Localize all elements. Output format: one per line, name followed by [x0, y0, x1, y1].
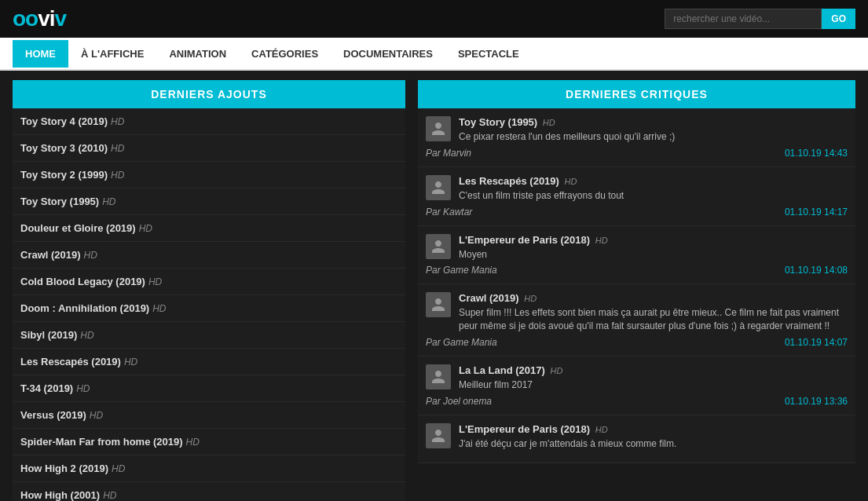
- main-content: DERNIERS AJOUTS Toy Story 4 (2019)HDToy …: [0, 71, 868, 501]
- review-date: 01.10.19 14:43: [785, 148, 848, 159]
- movie-title: Sibyl (2019): [20, 329, 77, 341]
- user-icon: [430, 369, 446, 385]
- movie-hd-badge: HD: [186, 437, 200, 448]
- movie-list: Toy Story 4 (2019)HDToy Story 3 (2010)HD…: [13, 108, 405, 501]
- nav: HOMEÀ L'AFFICHEANIMATIONCATÉGORIESDOCUME…: [0, 38, 868, 71]
- movie-item[interactable]: Spider-Man Far from home (2019)HD: [13, 429, 405, 455]
- movie-item[interactable]: Crawl (2019)HD: [13, 242, 405, 269]
- movie-title: Toy Story 2 (1999): [20, 169, 108, 181]
- review-footer: Par Game Mania 01.10.19 14:08: [426, 265, 848, 276]
- review-author: Par Marvin: [426, 148, 471, 159]
- reviewer-avatar: [426, 116, 451, 141]
- logo[interactable]: ooviv: [13, 6, 66, 31]
- movie-hd-badge: HD: [76, 383, 90, 394]
- review-item: Toy Story (1995) HD Ce pixar restera l'u…: [418, 108, 855, 167]
- movie-hd-badge: HD: [112, 463, 125, 474]
- search-input[interactable]: [665, 9, 822, 29]
- movie-item[interactable]: How High 2 (2019)HD: [13, 455, 405, 482]
- movie-item[interactable]: Toy Story 3 (2010)HD: [13, 135, 405, 162]
- review-movie-title[interactable]: L'Empereur de Paris (2018) HD: [459, 234, 848, 246]
- review-content: Crawl (2019) HD Super film !!! Les effet…: [459, 292, 848, 333]
- movie-item[interactable]: Sibyl (2019)HD: [13, 322, 405, 349]
- movie-item[interactable]: Versus (2019)HD: [13, 402, 405, 429]
- movie-item[interactable]: Toy Story 2 (1999)HD: [13, 162, 405, 188]
- movie-hd-badge: HD: [111, 170, 124, 181]
- movie-hd-badge: HD: [148, 276, 162, 287]
- search-area: GO: [665, 9, 855, 29]
- user-icon: [430, 297, 446, 313]
- nav-item-animation[interactable]: ANIMATION: [156, 40, 239, 68]
- nav-item-spectacle[interactable]: SPECTACLE: [445, 40, 532, 68]
- review-header: L'Empereur de Paris (2018) HD J'ai été d…: [426, 423, 848, 451]
- review-item: L'Empereur de Paris (2018) HD J'ai été d…: [418, 415, 855, 463]
- movie-hd-badge: HD: [84, 250, 97, 261]
- reviewer-avatar: [426, 175, 451, 200]
- review-movie-title[interactable]: Les Rescapés (2019) HD: [459, 175, 848, 187]
- movie-title: Doom : Annihilation (2019): [20, 302, 149, 314]
- movie-title: Cold Blood Legacy (2019): [20, 276, 145, 287]
- movie-title: Les Rescapés (2019): [20, 356, 121, 368]
- search-button[interactable]: GO: [822, 9, 855, 29]
- review-text: Ce pixar restera l'un des meilleurs quoi…: [459, 130, 848, 144]
- review-content: L'Empereur de Paris (2018) HD Moyen: [459, 234, 848, 261]
- review-movie-title[interactable]: Crawl (2019) HD: [459, 292, 848, 304]
- nav-item---l-affiche[interactable]: À L'AFFICHE: [68, 40, 156, 68]
- review-header: L'Empereur de Paris (2018) HD Moyen: [426, 234, 848, 261]
- review-footer: Par Kawtar 01.10.19 14:17: [426, 207, 848, 218]
- review-header: La La Land (2017) HD Meilleur film 2017: [426, 364, 848, 392]
- movie-item[interactable]: Toy Story 4 (2019)HD: [13, 108, 405, 135]
- movie-title: Versus (2019): [20, 409, 86, 421]
- header: ooviv GO: [0, 0, 868, 38]
- movie-item[interactable]: Doom : Annihilation (2019)HD: [13, 295, 405, 322]
- reviewer-avatar: [426, 364, 451, 389]
- movie-title: T-34 (2019): [20, 382, 73, 394]
- reviewer-avatar: [426, 423, 451, 448]
- movie-title: Toy Story 3 (2010): [20, 142, 108, 154]
- nav-item-cat-gories[interactable]: CATÉGORIES: [239, 40, 331, 68]
- last-added-header: DERNIERS AJOUTS: [13, 80, 405, 108]
- movie-hd-badge: HD: [139, 223, 152, 234]
- movie-item[interactable]: Toy Story (1995)HD: [13, 188, 405, 215]
- review-author: Par Game Mania: [426, 337, 497, 348]
- nav-item-documentaires[interactable]: DOCUMENTAIRES: [331, 40, 445, 68]
- movie-hd-badge: HD: [111, 116, 124, 127]
- movie-item[interactable]: How High (2001)HD: [13, 482, 405, 501]
- review-author: Par Kawtar: [426, 207, 472, 218]
- movie-title: How High (2001): [20, 489, 100, 501]
- review-movie-title[interactable]: L'Empereur de Paris (2018) HD: [459, 423, 848, 435]
- review-header: Crawl (2019) HD Super film !!! Les effet…: [426, 292, 848, 333]
- movie-item[interactable]: Les Rescapés (2019)HD: [13, 349, 405, 375]
- review-header: Toy Story (1995) HD Ce pixar restera l'u…: [426, 116, 848, 144]
- review-date: 01.10.19 14:17: [785, 207, 848, 218]
- review-item: La La Land (2017) HD Meilleur film 2017 …: [418, 357, 855, 415]
- movie-hd-badge: HD: [90, 410, 103, 421]
- review-movie-title[interactable]: Toy Story (1995) HD: [459, 116, 848, 128]
- review-header: Les Rescapés (2019) HD C'est un film tri…: [426, 175, 848, 203]
- review-date: 01.10.19 14:08: [785, 265, 848, 276]
- review-movie-title[interactable]: La La Land (2017) HD: [459, 364, 848, 376]
- nav-item-home[interactable]: HOME: [13, 40, 68, 68]
- movie-item[interactable]: Douleur et Gloire (2019)HD: [13, 215, 405, 242]
- movie-title: How High 2 (2019): [20, 463, 108, 474]
- review-content: La La Land (2017) HD Meilleur film 2017: [459, 364, 848, 392]
- user-icon: [430, 180, 446, 196]
- user-icon: [430, 121, 446, 137]
- movie-item[interactable]: T-34 (2019)HD: [13, 375, 405, 402]
- review-item: L'Empereur de Paris (2018) HD Moyen Par …: [418, 226, 855, 285]
- review-item: Crawl (2019) HD Super film !!! Les effet…: [418, 284, 855, 357]
- reviewer-avatar: [426, 292, 451, 317]
- review-author: Par Joel onema: [426, 396, 492, 407]
- movie-hd-badge: HD: [152, 303, 166, 314]
- review-date: 01.10.19 13:36: [785, 396, 848, 407]
- review-content: L'Empereur de Paris (2018) HD J'ai été d…: [459, 423, 848, 451]
- movie-hd-badge: HD: [80, 330, 93, 341]
- review-list: Toy Story (1995) HD Ce pixar restera l'u…: [418, 108, 855, 463]
- movie-title: Toy Story (1995): [20, 196, 99, 207]
- last-reviews-section: DERNIERES CRITIQUES Toy Story (1995) HD …: [418, 80, 855, 501]
- review-text: J'ai été déçu car je m'attendais à mieux…: [459, 437, 848, 451]
- last-added-section: DERNIERS AJOUTS Toy Story 4 (2019)HDToy …: [13, 80, 405, 501]
- review-footer: Par Joel onema 01.10.19 13:36: [426, 396, 848, 407]
- movie-item[interactable]: Cold Blood Legacy (2019)HD: [13, 269, 405, 295]
- user-icon: [430, 428, 446, 444]
- review-footer: Par Game Mania 01.10.19 14:07: [426, 337, 848, 348]
